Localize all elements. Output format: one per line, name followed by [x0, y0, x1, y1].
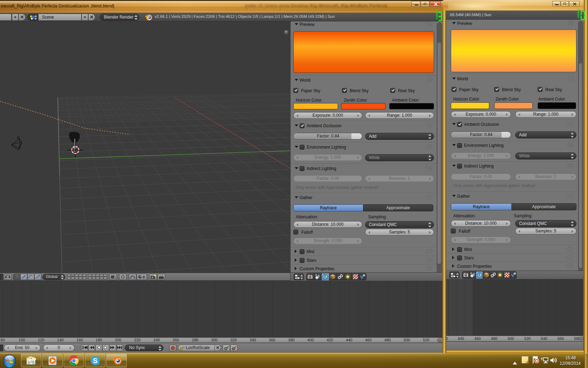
- svg-text:S: S: [93, 357, 97, 364]
